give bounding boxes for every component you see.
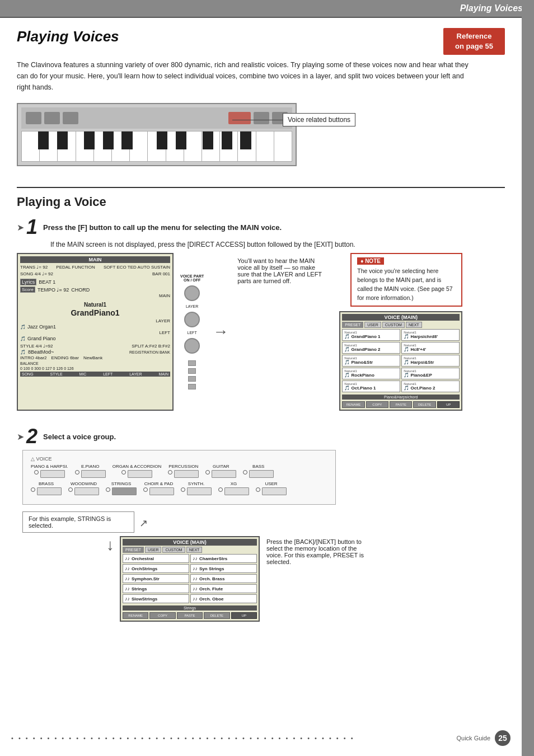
vms-tab-custom[interactable]: CUSTOM xyxy=(382,322,405,328)
voice-part-knob[interactable] xyxy=(184,285,200,301)
main-voice-name: Natural1 GrandPiano1 xyxy=(20,299,170,317)
layer-knob[interactable] xyxy=(184,312,200,327)
vg-btn-organ[interactable] xyxy=(128,470,152,478)
kbd-btn-3[interactable] xyxy=(63,112,78,124)
main-screen: MAIN TRANS ♩= 92 PEDAL FUNCTION SOFT ECO… xyxy=(17,253,174,411)
voice-cell-2[interactable]: Natural1 🎵 Harpsichrd8' xyxy=(401,329,460,341)
vg-btn-choir[interactable] xyxy=(149,487,174,495)
down-arrow-icon: ↓ xyxy=(106,536,114,554)
voice-cell-6[interactable]: Natural1 🎵 Harpsi&Str xyxy=(401,355,460,367)
vms2-action-up[interactable]: UP xyxy=(231,612,257,619)
note-title: ♦ NOTE xyxy=(357,257,384,265)
voice-cell-4[interactable]: Natural1 🎵 Hc8'+4' xyxy=(401,342,460,354)
vg-btn-piano[interactable] xyxy=(40,470,65,478)
vg-btn-epiano[interactable] xyxy=(81,470,106,478)
left-knob[interactable] xyxy=(184,338,200,354)
voice-cell-3[interactable]: Natural1 🎵 GrandPiano 2 xyxy=(342,342,400,354)
vg-btn-percussion[interactable] xyxy=(174,470,199,478)
voice-cell-1[interactable]: Natural1 🎵 GrandPiano 1 xyxy=(342,329,400,341)
vg-group-xg: XG xyxy=(218,481,249,495)
step2-arrow: ➤ xyxy=(17,431,24,442)
vms-action-1[interactable]: RENAME xyxy=(342,401,364,408)
vms2-tab-custom[interactable]: CUSTOM xyxy=(162,547,185,553)
step1-arrow-icon: → xyxy=(210,323,231,341)
panel-button-1[interactable] xyxy=(188,360,196,366)
vg-group-piano: PIANO & HARPSI. xyxy=(31,464,68,478)
vms-tabs: PRESET USER CUSTOM NEXT xyxy=(342,322,460,328)
voice-cell-9[interactable]: Natural1 🎵 Oct.Piano 1 xyxy=(342,381,400,392)
vg-group-epiano: E.PIANO xyxy=(75,464,106,478)
voice2-cell-3[interactable]: ♪♪ OrchStrings xyxy=(123,564,189,573)
main-screen-row2: SONG 4/4 ♩= 92 BAR 001 xyxy=(20,271,170,278)
voice-cell-5[interactable]: Natural1 🎵 Piano&Str xyxy=(342,355,400,367)
voice2-cell-5[interactable]: ♪♪ Symphon.Str xyxy=(123,574,189,583)
vms2-tab-user[interactable]: USER xyxy=(145,547,161,553)
vg-btn-brass[interactable] xyxy=(37,487,62,495)
voice2-cell-1[interactable]: ♪♪ Orchestral xyxy=(123,554,189,563)
voice2-cell-8[interactable]: ♪♪ Orch. Flute xyxy=(190,584,257,593)
vms-tab-next[interactable]: NEXT xyxy=(406,322,422,328)
vg-group-strings: STRINGS xyxy=(106,481,137,495)
vg-row2: BRASS WOODWIND STRIN xyxy=(31,481,327,495)
step2-screen-row: ↓ VOICE (MAIN) PRESET USER CUSTOM NEXT ♪… xyxy=(106,536,505,622)
vg-btn-woodwind[interactable] xyxy=(74,487,99,495)
voice-cell-7[interactable]: Natural1 🎵 RockPiano xyxy=(342,368,400,379)
vg-btn-user[interactable] xyxy=(262,487,287,495)
footer: • • • • • • • • • • • • • • • • • • • • … xyxy=(0,730,522,746)
voice2-cell-2[interactable]: ♪♪ ChamberStrs xyxy=(190,554,257,563)
strings-note-box: For this example, STRINGS is selected. xyxy=(22,511,134,533)
vg-btn-guitar[interactable] xyxy=(212,470,236,478)
vg-btn-synth[interactable] xyxy=(187,487,212,495)
vms2-tab-next[interactable]: NEXT xyxy=(186,547,203,553)
vms2-action-2[interactable]: COPY xyxy=(149,612,175,619)
kbd-btn-1[interactable] xyxy=(26,112,41,124)
main-screen-title: MAIN xyxy=(20,256,170,263)
panel-button-4[interactable] xyxy=(188,384,196,389)
vg-group-percussion: PERCUSSION xyxy=(168,464,199,478)
right-sidebar-strip xyxy=(522,0,534,756)
voice-cell-10[interactable]: Natural1 🎵 Oct.Piano 2 xyxy=(401,381,460,392)
voice-main-screen2: VOICE (MAIN) PRESET USER CUSTOM NEXT ♪♪ … xyxy=(120,536,260,622)
step1-sub: If the MAIN screen is not displayed, pre… xyxy=(50,241,505,248)
step2-content: △ VOICE PIANO & HARPSI. E.PIANO xyxy=(22,450,505,622)
vms-action-up[interactable]: UP xyxy=(437,401,460,408)
main-screen-row1: TRANS ♩= 92 PEDAL FUNCTION SOFT ECO TED … xyxy=(20,264,170,271)
page-title: Playing Voices xyxy=(17,28,119,45)
kbd-btn-2[interactable] xyxy=(44,112,60,124)
footer-right: Quick Guide 25 xyxy=(456,730,510,746)
vms-tab-user[interactable]: USER xyxy=(364,322,381,328)
voice2-cell-4[interactable]: ♪♪ Syn Strings xyxy=(190,564,257,573)
vms-tab-preset[interactable]: PRESET xyxy=(342,322,363,328)
vg-btn-strings[interactable] xyxy=(112,487,137,495)
vms2-action-1[interactable]: RENAME xyxy=(123,612,148,619)
back-next-callout: Press the [BACK]/[NEXT] button to select… xyxy=(266,536,367,565)
voice2-cell-9[interactable]: ♪♪ SlowStrings xyxy=(123,594,189,603)
vms-action-4[interactable]: DELETE xyxy=(413,401,435,408)
vg-btn-bass[interactable] xyxy=(249,470,274,478)
panel-button-2[interactable] xyxy=(188,368,196,374)
vms2-footer: Strings xyxy=(123,605,257,611)
vg-group-choir: CHOIR & PAD xyxy=(143,481,174,495)
side-buttons-panel: VOICE PARTON / OFF LAYER LEFT xyxy=(180,253,204,411)
vms-action-row: RENAME COPY PASTE DELETE UP xyxy=(342,401,460,408)
vms2-action-row: RENAME COPY PASTE DELETE UP xyxy=(123,612,257,619)
vms-action-2[interactable]: COPY xyxy=(366,401,388,408)
voice2-cell-6[interactable]: ♪♪ Orch. Brass xyxy=(190,574,257,583)
curved-arrow: ↗ xyxy=(139,517,148,529)
panel-button-3[interactable] xyxy=(188,376,196,382)
voice-callout-text: You'll want to hear the MAIN voice all b… xyxy=(237,257,327,411)
vms2-tab-preset[interactable]: PRESET xyxy=(123,547,144,553)
voice-callout-line: Voice related buttons xyxy=(232,113,355,126)
vms-action-3[interactable]: PASTE xyxy=(390,401,412,408)
voice-cell-8[interactable]: Natural1 🎵 Piano&EP xyxy=(401,368,460,379)
vms2-action-3[interactable]: PASTE xyxy=(177,612,203,619)
voice2-cell-7[interactable]: ♪♪ Strings xyxy=(123,584,189,593)
note-box: ♦ NOTE The voice you're selecting here b… xyxy=(350,253,462,307)
vg-btn-xg[interactable] xyxy=(224,487,249,495)
title-row: Playing Voices Reference on page 55 xyxy=(17,28,505,55)
vms-title: VOICE (MAIN) xyxy=(342,314,460,321)
voice2-cell-10[interactable]: ♪♪ Orch. Oboe xyxy=(190,594,257,603)
step1-row: MAIN TRANS ♩= 92 PEDAL FUNCTION SOFT ECO… xyxy=(17,253,505,411)
vms2-action-4[interactable]: DELETE xyxy=(204,612,229,619)
section-divider-1 xyxy=(17,187,505,188)
